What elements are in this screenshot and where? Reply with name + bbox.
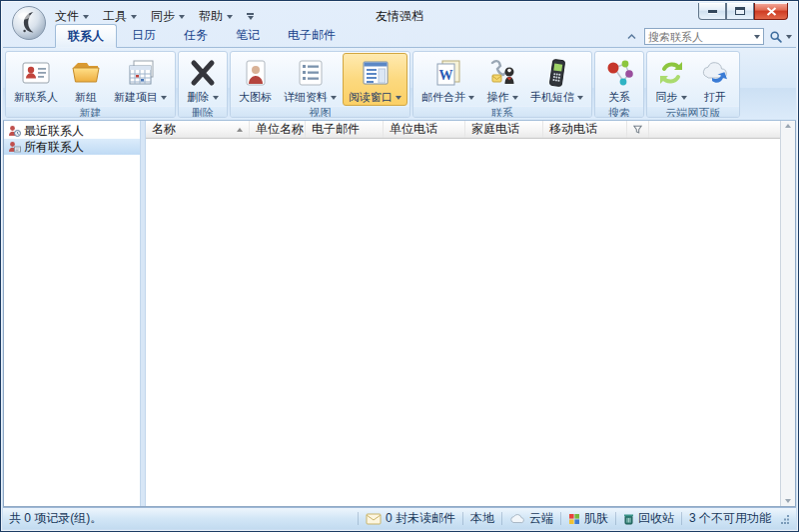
column-label: 电子邮件 (312, 121, 360, 138)
relations-graph-icon (603, 56, 635, 90)
new-contact-button[interactable]: 新联系人 (8, 53, 64, 106)
list-header: 名称 单位名称 电子邮件 单位电话 家庭电话 移动电话 (146, 121, 780, 139)
menu-file-label: 文件 (55, 8, 79, 25)
folder-sidebar: 最近联系人 所有联系人 (4, 121, 140, 506)
person-card-icon (240, 56, 272, 90)
details-button[interactable]: 详细资料 (278, 53, 343, 106)
column-header-work-phone[interactable]: 单位电话 (384, 121, 465, 138)
vertical-scrollbar[interactable] (780, 121, 795, 506)
close-icon (766, 7, 777, 16)
sort-ascending-icon (237, 128, 243, 132)
ribbon-group-contact: W 邮件合并 (412, 51, 592, 118)
dropdown-arrow-icon (512, 96, 518, 100)
column-header-mobile-phone[interactable]: 移动电话 (543, 121, 627, 138)
mail-merge-button[interactable]: W 邮件合并 (415, 53, 480, 106)
sidebar-item-recent-contacts[interactable]: 最近联系人 (4, 123, 140, 139)
dropdown-arrow-icon (577, 96, 583, 100)
filter-icon (632, 124, 643, 135)
scroll-up-icon[interactable] (785, 124, 791, 128)
search-icon (769, 30, 783, 44)
status-right: 0 封未读邮件 本地 云端 肌肤 (358, 510, 790, 527)
menu-sync[interactable]: 同步 (151, 8, 185, 25)
tab-calendar[interactable]: 日历 (119, 23, 169, 47)
phone-actions-icon (486, 56, 518, 90)
resize-grip[interactable] (780, 514, 790, 524)
search-button[interactable] (769, 30, 792, 44)
minimize-button[interactable] (698, 3, 726, 20)
filter-button[interactable] (627, 121, 649, 138)
sms-button[interactable]: 手机短信 (524, 53, 589, 106)
menu-file[interactable]: 文件 (55, 8, 89, 25)
title-bar: 文件 工具 同步 帮助 友情强档 (3, 3, 796, 27)
menu-help[interactable]: 帮助 (199, 8, 233, 25)
column-label: 名称 (152, 121, 176, 138)
list-body[interactable] (146, 139, 780, 506)
unavailable-features-status[interactable]: 3 个不可用功能 (689, 510, 771, 527)
actions-button[interactable]: 操作 (480, 53, 524, 106)
group-label-contact: 联系 (413, 106, 591, 118)
contacts-list: 名称 单位名称 电子邮件 单位电话 家庭电话 移动电话 (146, 121, 780, 506)
column-label: 单位电话 (390, 121, 437, 138)
reading-pane-button[interactable]: 阅读窗口 (343, 53, 407, 106)
button-label: 邮件合并 (421, 90, 465, 105)
local-label: 本地 (470, 510, 494, 527)
status-bar: 共 0 项记录(组)。 0 封未读邮件 本地 云端 (3, 507, 796, 529)
menu-tools-label: 工具 (103, 8, 127, 25)
tab-contacts[interactable]: 联系人 (55, 24, 117, 48)
sidebar-item-label: 最近联系人 (24, 123, 84, 140)
button-label: 删除 (188, 90, 210, 105)
chevron-down-icon (227, 15, 233, 19)
skin-status[interactable]: 肌肤 (568, 510, 608, 527)
chevron-up-icon (626, 32, 637, 41)
calendar-icon (125, 56, 157, 90)
local-status[interactable]: 本地 (470, 510, 494, 527)
skin-label: 肌肤 (584, 510, 608, 527)
close-button[interactable] (754, 3, 788, 20)
column-header-email[interactable]: 电子邮件 (306, 121, 384, 138)
dropdown-arrow-icon (396, 96, 401, 100)
ribbon-group-cloud: 同步 打开 云端网页版 (646, 51, 740, 118)
status-separator (358, 512, 359, 525)
unread-mail-icon (366, 513, 382, 525)
app-logo-icon[interactable] (11, 5, 47, 41)
collapse-ribbon-button[interactable] (623, 30, 639, 44)
menu-help-label: 帮助 (199, 8, 223, 25)
new-item-button[interactable]: 新建项目 (108, 53, 173, 106)
search-input[interactable] (648, 31, 752, 43)
sync-button[interactable]: 同步 (649, 53, 693, 106)
status-separator (615, 512, 616, 525)
relations-button[interactable]: 关系 (597, 53, 641, 106)
unavailable-features-label: 3 个不可用功能 (689, 510, 771, 527)
tab-tasks[interactable]: 任务 (171, 23, 221, 47)
tab-email[interactable]: 电子邮件 (275, 23, 349, 47)
cloud-label: 云端 (529, 510, 553, 527)
column-header-home-phone[interactable]: 家庭电话 (465, 121, 543, 138)
maximize-button[interactable] (726, 3, 754, 20)
cloud-status[interactable]: 云端 (509, 510, 553, 527)
folder-icon (70, 56, 102, 90)
tab-notes[interactable]: 笔记 (223, 23, 273, 47)
customize-toolbar-icon[interactable] (247, 13, 254, 20)
chevron-down-icon (786, 35, 792, 39)
button-label: 同步 (656, 90, 678, 105)
unread-mail-status[interactable]: 0 封未读邮件 (366, 510, 455, 527)
column-label: 移动电话 (549, 121, 597, 138)
new-group-button[interactable]: 新组 (64, 53, 108, 106)
sidebar-item-all-contacts[interactable]: 所有联系人 (4, 139, 140, 155)
button-label: 新组 (75, 90, 97, 105)
chevron-down-icon (179, 15, 185, 19)
scroll-down-icon[interactable] (785, 499, 791, 503)
column-header-name[interactable]: 名称 (146, 121, 250, 138)
search-box (644, 28, 764, 45)
column-header-company[interactable]: 单位名称 (250, 121, 306, 138)
recycle-bin-status[interactable]: 回收站 (623, 510, 674, 527)
maximize-icon (735, 7, 745, 15)
open-web-button[interactable]: 打开 (693, 53, 737, 106)
large-icons-button[interactable]: 大图标 (233, 53, 278, 106)
chevron-down-icon[interactable] (754, 35, 760, 39)
delete-button[interactable]: 删除 (181, 53, 225, 106)
button-label: 手机短信 (530, 90, 574, 105)
svg-text:W: W (438, 68, 452, 83)
menu-tools[interactable]: 工具 (103, 8, 137, 25)
skin-icon (568, 513, 580, 525)
